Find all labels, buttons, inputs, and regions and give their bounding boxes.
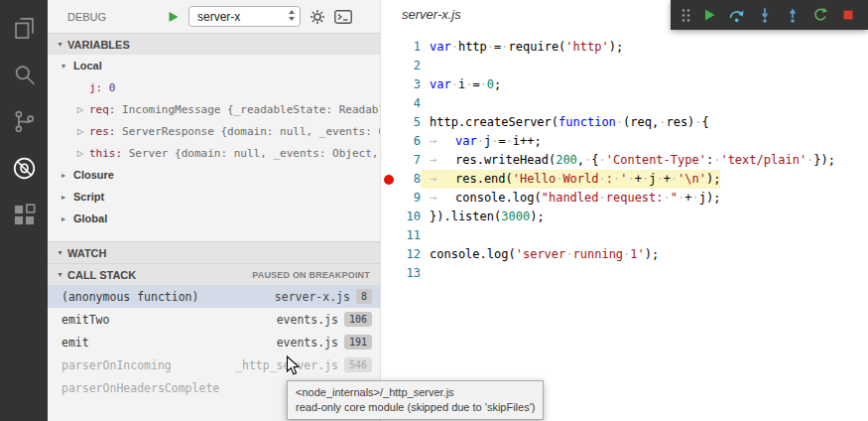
debug-header-bar: DEBUG server-x — [48, 0, 380, 33]
line-number: 10 — [397, 208, 421, 226]
line-number: 1 — [397, 38, 421, 57]
tooltip-line-2: read-only core module (skipped due to 's… — [296, 400, 535, 415]
code-line-9[interactable]: 9→console.log("handled·request:·"·+·j); — [381, 189, 868, 208]
chevron-down-icon: ▾ — [54, 248, 66, 257]
frame-line-badge: 8 — [356, 289, 372, 304]
code-text — [421, 226, 430, 245]
breakpoint-margin[interactable] — [381, 151, 397, 170]
activity-search[interactable] — [0, 52, 48, 98]
activity-debug[interactable] — [0, 145, 48, 192]
line-number: 12 — [397, 245, 421, 264]
code-line-11[interactable]: 11 — [381, 226, 868, 245]
scope-script[interactable]: ▸Script — [48, 186, 380, 208]
variable-value: Server {domain: null, _events: Object, … — [122, 147, 380, 160]
breakpoint-margin[interactable] — [381, 226, 397, 245]
frame-file: _http_server.js — [235, 358, 338, 372]
start-debug-button[interactable] — [168, 11, 180, 23]
explorer-icon — [11, 15, 38, 42]
variables-list: ▾Localj: 0▷req: IncomingMessage {_readab… — [48, 55, 380, 229]
code-line-2[interactable]: 2 — [381, 57, 868, 75]
section-gap — [48, 229, 380, 241]
scope-closure[interactable]: ▸Closure — [48, 164, 380, 186]
scope-label: Local — [73, 60, 102, 71]
breakpoint-margin[interactable] — [381, 208, 397, 226]
step-into-icon — [757, 7, 773, 23]
frame-file: events.js — [277, 336, 338, 350]
configure-button[interactable] — [310, 9, 325, 25]
code-text: →var·j·=·i++; — [421, 132, 542, 151]
variables-section-header[interactable]: ▾ VARIABLES — [48, 33, 380, 55]
variable-row[interactable]: ▷res: ServerResponse {domain: null, _eve… — [48, 120, 380, 142]
breakpoint-margin[interactable] — [381, 57, 397, 75]
frame-line-badge: 191 — [344, 335, 372, 350]
breakpoint-margin[interactable] — [381, 75, 397, 94]
activity-source-control[interactable] — [0, 98, 48, 145]
code-line-6[interactable]: 6→var·j·=·i++; — [381, 132, 868, 151]
breakpoint-margin[interactable] — [381, 245, 397, 264]
code-line-8[interactable]: 8→res.end('Hello·World·:·'·+·j·+·'\n'); — [381, 170, 868, 189]
code-text — [421, 57, 430, 75]
frame-file: events.js — [277, 313, 338, 327]
code-line-4[interactable]: 4 — [381, 94, 868, 113]
variable-name: this: — [89, 147, 122, 160]
step-over-button[interactable] — [724, 2, 749, 28]
debug-icon — [11, 155, 38, 182]
callstack-section-header[interactable]: ▾ CALL STACK PAUSED ON BREAKPOINT — [48, 263, 380, 285]
code-line-13[interactable]: 13 — [381, 264, 868, 283]
vscode-window: DEBUG server-x — [0, 0, 868, 421]
toolbar-drag-handle[interactable] — [679, 2, 693, 28]
scope-label: Global — [73, 212, 107, 224]
code-line-7[interactable]: 7→res.writeHead(200,·{·'Content-Type':·'… — [381, 151, 868, 170]
debug-toolbar — [671, 0, 868, 30]
stack-frame[interactable]: (anonymous function)server-x.js8 — [48, 285, 380, 308]
step-into-button[interactable] — [752, 2, 777, 28]
chevron-down-icon: ▾ — [54, 40, 66, 49]
breakpoint-icon[interactable] — [384, 175, 394, 185]
variable-value: ServerResponse {domain: null, _events: O… — [116, 125, 381, 138]
restart-icon — [812, 7, 828, 23]
continue-icon — [701, 7, 717, 23]
variable-value: IncomingMessage {_readableState: Readabl… — [116, 103, 381, 116]
step-out-button[interactable] — [780, 2, 805, 28]
breakpoint-margin[interactable] — [381, 38, 397, 57]
variable-row[interactable]: ▷this: Server {domain: null, _events: Ob… — [48, 142, 380, 164]
breakpoint-margin[interactable] — [381, 264, 397, 283]
editor-title[interactable]: server-x.js — [402, 7, 461, 22]
stack-frame[interactable]: parserOnIncoming_http_server.js546 — [48, 353, 380, 376]
stack-frame[interactable]: emitTwoevents.js106 — [48, 308, 380, 331]
breakpoint-margin[interactable] — [381, 113, 397, 132]
variable-row[interactable]: j: 0 — [48, 76, 380, 98]
activity-extensions[interactable] — [0, 192, 48, 238]
debug-console-button[interactable] — [334, 10, 352, 24]
continue-button[interactable] — [696, 2, 721, 28]
extensions-icon — [11, 202, 38, 228]
launch-config-select[interactable]: server-x — [188, 6, 301, 27]
scope-global[interactable]: ▸Global — [48, 208, 380, 229]
stop-button[interactable] — [835, 2, 860, 28]
twisty-icon: ▸ — [62, 171, 73, 180]
code-line-1[interactable]: 1var·http·=·require('http'); — [381, 38, 868, 57]
activity-bar — [0, 0, 48, 421]
breakpoint-margin[interactable] — [381, 170, 397, 189]
code-line-12[interactable]: 12console.log('server·running·1'); — [381, 245, 868, 264]
activity-explorer[interactable] — [0, 5, 48, 52]
variable-row[interactable]: ▷req: IncomingMessage {_readableState: R… — [48, 98, 380, 120]
watch-section-header[interactable]: ▾ WATCH — [48, 241, 380, 263]
line-number: 6 — [397, 132, 421, 151]
callstack-header-label: CALL STACK — [67, 269, 136, 281]
breakpoint-margin[interactable] — [381, 94, 397, 113]
code-line-10[interactable]: 10}).listen(3000); — [381, 208, 868, 226]
twisty-icon: ▷ — [77, 149, 89, 158]
restart-button[interactable] — [807, 2, 832, 28]
select-arrows-icon — [288, 9, 296, 25]
tab-whitespace-icon: → — [430, 132, 455, 151]
stack-frame[interactable]: emitevents.js191 — [48, 331, 380, 353]
scope-local[interactable]: ▾Local — [48, 55, 380, 76]
code-line-5[interactable]: 5http.createServer(function·(req,·res)·{ — [381, 113, 868, 132]
breakpoint-margin[interactable] — [381, 132, 397, 151]
line-number: 8 — [397, 170, 421, 189]
code-line-3[interactable]: 3var·i·=·0; — [381, 75, 868, 94]
breakpoint-margin[interactable] — [381, 189, 397, 208]
code-text: →console.log("handled·request:·"·+·j); — [421, 189, 720, 208]
frame-file: server-x.js — [275, 290, 350, 304]
